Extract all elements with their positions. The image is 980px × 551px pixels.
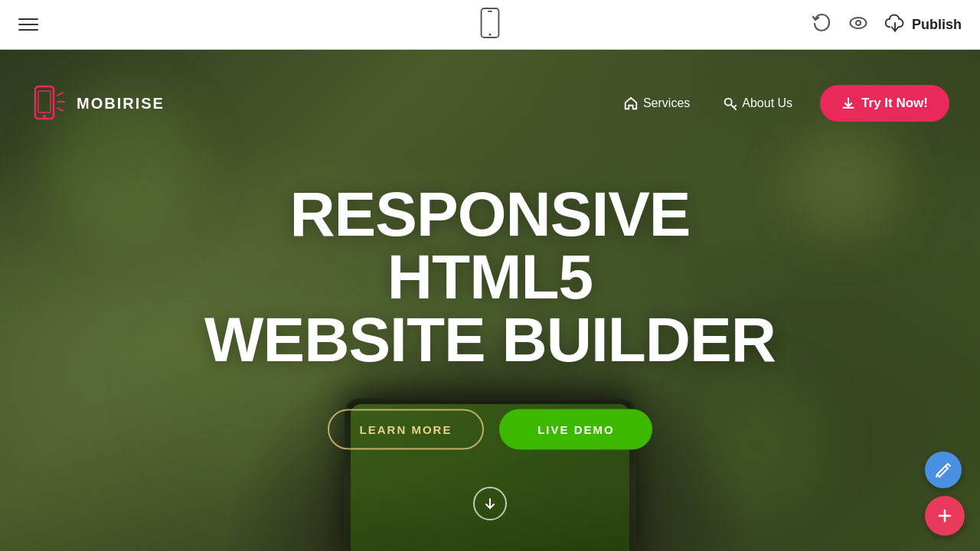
svg-rect-7 bbox=[38, 91, 51, 112]
download-icon bbox=[841, 96, 855, 110]
arrow-down-icon bbox=[483, 497, 497, 510]
svg-line-14 bbox=[734, 106, 737, 108]
toolbar-left bbox=[18, 18, 38, 31]
nav-services-label: Services bbox=[643, 96, 690, 110]
scroll-down-button[interactable] bbox=[473, 487, 507, 520]
publish-cloud-icon bbox=[884, 12, 906, 37]
key-icon bbox=[722, 96, 737, 111]
live-demo-button[interactable]: LIVE DEMO bbox=[499, 409, 652, 449]
svg-point-8 bbox=[44, 116, 46, 118]
toolbar: Publish bbox=[0, 0, 980, 50]
preview-eye-icon[interactable] bbox=[848, 12, 869, 37]
plus-icon bbox=[936, 507, 953, 524]
svg-line-11 bbox=[57, 108, 63, 111]
learn-more-button[interactable]: LEARN MORE bbox=[328, 409, 485, 449]
hero-section: MOBIRISE Services About Us bbox=[0, 50, 980, 551]
mobile-preview-icon[interactable] bbox=[479, 8, 501, 41]
hero-title-line1: RESPONSIVE HTML5 bbox=[289, 178, 690, 311]
hero-content: RESPONSIVE HTML5 WEBSITE BUILDER LEARN M… bbox=[184, 182, 796, 449]
hero-title-line2: WEBSITE BUILDER bbox=[204, 304, 776, 373]
nav-link-services[interactable]: Services bbox=[611, 90, 702, 117]
hero-buttons: LEARN MORE LIVE DEMO bbox=[184, 409, 796, 449]
nav-logo: MOBIRISE bbox=[31, 80, 165, 126]
try-now-button[interactable]: Try It Now! bbox=[820, 85, 949, 122]
hamburger-menu-icon[interactable] bbox=[18, 18, 38, 31]
hero-title: RESPONSIVE HTML5 WEBSITE BUILDER bbox=[184, 182, 796, 370]
pencil-icon bbox=[935, 461, 952, 478]
nav-about-label: About Us bbox=[742, 96, 792, 110]
toolbar-right: Publish bbox=[811, 12, 962, 37]
svg-point-2 bbox=[489, 34, 492, 36]
svg-line-9 bbox=[57, 93, 63, 96]
fab-add-button[interactable] bbox=[925, 496, 965, 536]
site-navbar: MOBIRISE Services About Us bbox=[0, 50, 980, 157]
logo-text: MOBIRISE bbox=[77, 95, 165, 112]
toolbar-center bbox=[479, 8, 501, 41]
publish-button[interactable]: Publish bbox=[884, 12, 962, 37]
nav-links: Services About Us Try bbox=[611, 85, 949, 122]
try-now-label: Try It Now! bbox=[861, 96, 928, 111]
fab-edit-button[interactable] bbox=[925, 452, 962, 488]
fab-container bbox=[925, 452, 965, 536]
nav-link-about[interactable]: About Us bbox=[710, 90, 805, 117]
website-preview: MOBIRISE Services About Us bbox=[0, 50, 980, 551]
svg-line-18 bbox=[936, 474, 937, 477]
home-icon bbox=[623, 96, 639, 111]
svg-rect-0 bbox=[482, 8, 499, 37]
svg-point-4 bbox=[856, 21, 861, 25]
svg-line-17 bbox=[948, 464, 950, 466]
publish-label: Publish bbox=[912, 17, 962, 33]
svg-point-3 bbox=[850, 18, 866, 28]
logo-icon bbox=[31, 80, 69, 126]
undo-icon[interactable] bbox=[811, 12, 832, 37]
